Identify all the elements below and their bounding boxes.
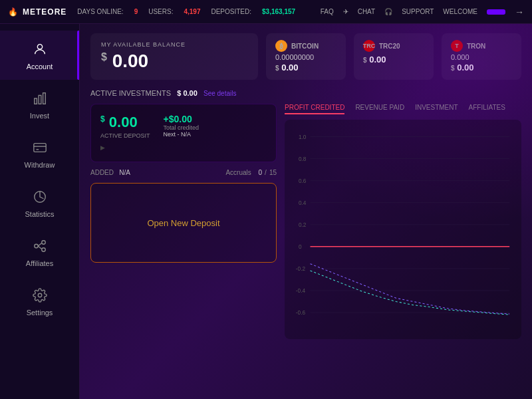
invest-see-details[interactable]: See details (203, 90, 236, 97)
exit-icon[interactable]: → (515, 7, 524, 17)
tron-name: TRON (467, 43, 485, 50)
sidebar-item-account[interactable]: Account (0, 31, 79, 80)
main-content: MY AVAILABLE BALANCE $ 0.00 ₿ BITCOIN 0.… (80, 24, 532, 399)
deposit-amounts: $ 0.00 Active Deposit +$0.00 Total credi… (100, 114, 267, 139)
account-icon (31, 40, 49, 59)
tron-usd-val: 0.00 (457, 63, 473, 72)
sidebar-item-settings[interactable]: Settings (0, 277, 79, 326)
svg-rect-4 (33, 144, 45, 152)
content-grid: $ 0.00 Active Deposit +$0.00 Total credi… (90, 104, 521, 339)
trc20-card: TRC TRC20 $ 0.00 (354, 33, 434, 80)
bitcoin-card: ₿ BITCOIN 0.00000000 $ 0.00 (266, 33, 346, 80)
svg-rect-3 (43, 93, 45, 104)
accruals-den: / (265, 169, 267, 176)
accruals-block: Accruals 0 / 15 (225, 169, 277, 176)
logo: 🔥 METEORE (8, 7, 66, 17)
open-deposit-label: Open New Deposit (147, 218, 219, 228)
svg-text:-0.4: -0.4 (296, 288, 306, 294)
svg-point-10 (41, 248, 45, 252)
bitcoin-dollar: $ (275, 65, 279, 72)
sidebar-item-statistics[interactable]: Statistics (0, 178, 79, 227)
chart-tab-profit[interactable]: PROFIT CREDITED (285, 104, 344, 114)
dep-next-val: N/A (181, 131, 191, 138)
dep-dollar: $ (100, 114, 105, 124)
trc20-usd: $ 0.00 (363, 55, 424, 65)
users-value: 4,197 (184, 8, 200, 15)
svg-line-12 (38, 246, 42, 249)
svg-rect-2 (39, 95, 41, 104)
sidebar-item-invest[interactable]: Invest (0, 80, 79, 129)
right-column: PROFIT CREDITED REVENUE PAID INVESTMENT … (285, 104, 521, 339)
sidebar-item-withdraw[interactable]: Withdraw (0, 129, 79, 178)
chat-link[interactable]: CHAT (358, 8, 375, 15)
withdraw-icon (31, 138, 49, 157)
chart-container: 1.0 0.8 0.6 0.4 0.2 0 -0.2 -0.4 -0.6 (285, 120, 521, 339)
trc20-usd-val: 0.00 (369, 55, 386, 65)
svg-text:0: 0 (299, 244, 302, 250)
support-link[interactable]: SUPPORT (402, 8, 434, 15)
balance-label: MY AVAILABLE BALANCE (101, 41, 247, 48)
tron-card: T TRON 0.000 $ 0.00 (442, 33, 521, 80)
balance-card: MY AVAILABLE BALANCE $ 0.00 (90, 33, 258, 80)
svg-text:-0.6: -0.6 (296, 310, 306, 316)
balance-amount: $ 0.00 (101, 51, 247, 72)
topnav: 🔥 METEORE DAYS ONLINE: 9 USERS: 4,197 DE… (0, 0, 532, 24)
added-value: N/A (119, 169, 130, 176)
svg-text:1.0: 1.0 (299, 134, 307, 140)
sidebar-item-affiliates[interactable]: Affiliates (0, 227, 79, 277)
faq-link[interactable]: FAQ (321, 8, 334, 15)
bitcoin-icon: ₿ (275, 40, 287, 52)
svg-text:0.8: 0.8 (299, 156, 307, 162)
svg-point-8 (34, 244, 38, 248)
bitcoin-usd: $ 0.00 (275, 63, 336, 72)
dep-value: 0.00 (109, 114, 138, 130)
deposited-value: $3,163,157 (262, 8, 295, 15)
tron-dollar: $ (451, 65, 455, 72)
chat-icon: ✈ (343, 8, 348, 15)
accruals-value: 0 (259, 169, 263, 176)
invest-amount: 0.00 (183, 89, 197, 97)
svg-point-13 (38, 293, 42, 297)
logo-icon: 🔥 (8, 7, 19, 17)
sidebar-label-statistics: Statistics (25, 210, 54, 218)
svg-text:-0.2: -0.2 (296, 266, 306, 272)
sidebar-label-invest: Invest (30, 112, 49, 120)
chart-tabs: PROFIT CREDITED REVENUE PAID INVESTMENT … (285, 104, 521, 114)
bitcoin-amount: 0.00000000 (275, 53, 336, 61)
trc20-header: TRC TRC20 (363, 40, 424, 52)
open-deposit-button[interactable]: Open New Deposit (90, 183, 277, 263)
deposit-credited: +$0.00 (164, 114, 200, 124)
dep-next-label: Next - (164, 131, 180, 138)
svg-text:0.6: 0.6 (299, 178, 307, 184)
tron-icon: T (451, 40, 463, 52)
days-value: 9 (134, 8, 138, 15)
invest-dollar: $ (177, 89, 181, 97)
welcome-button[interactable] (487, 9, 505, 15)
deposit-credited-block: +$0.00 Total credited Next - N/A (164, 114, 200, 138)
trc20-name: TRC20 (379, 43, 400, 50)
chart-tab-investment[interactable]: INVESTMENT (415, 104, 458, 114)
svg-text:0.4: 0.4 (299, 200, 307, 206)
accruals-label: Accruals (225, 169, 251, 176)
deposit-credited-label: Total credited (164, 124, 200, 131)
left-column: $ 0.00 Active Deposit +$0.00 Total credi… (90, 104, 277, 339)
balance-dollar: $ (101, 51, 107, 63)
deposit-next: Next - N/A (164, 131, 200, 138)
svg-line-11 (38, 243, 42, 246)
chart-tab-revenue[interactable]: REVENUE PAID (355, 104, 404, 114)
welcome-label: WELCOME (443, 8, 477, 15)
balance-row: MY AVAILABLE BALANCE $ 0.00 ₿ BITCOIN 0.… (90, 33, 521, 80)
topnav-right: FAQ ✈ CHAT 🎧 SUPPORT WELCOME → (321, 7, 524, 17)
bitcoin-usd-val: 0.00 (281, 63, 298, 72)
chart-tab-affiliates[interactable]: AFFILIATES (469, 104, 505, 114)
bitcoin-header: ₿ BITCOIN (275, 40, 336, 52)
svg-text:0.2: 0.2 (299, 222, 307, 228)
accruals-total: 15 (269, 169, 277, 176)
affiliates-icon (31, 237, 49, 255)
main-layout: Account Invest Withdraw (0, 24, 532, 399)
tron-usd: $ 0.00 (451, 63, 512, 72)
sidebar-label-withdraw: Withdraw (25, 161, 55, 169)
sidebar-label-settings: Settings (27, 309, 53, 317)
svg-point-9 (41, 241, 45, 245)
days-label: DAYS ONLINE: (77, 8, 123, 15)
